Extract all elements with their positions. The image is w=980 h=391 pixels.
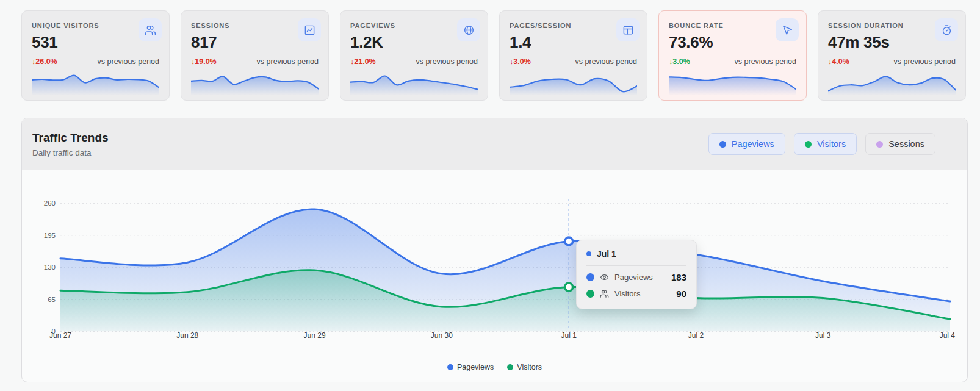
x-axis-tick: Jul 4 <box>940 331 956 340</box>
series-toggle-group: Pageviews Visitors Sessions <box>708 133 935 155</box>
kpi-sparkline <box>350 70 478 95</box>
tooltip-series-value: 183 <box>671 272 686 282</box>
kpi-cards-row: UNIQUE VISITORS 531 ↓26.0% vs previous p… <box>21 10 966 101</box>
chart-legend: Pageviews Visitors <box>22 363 967 371</box>
tooltip-divider <box>586 265 686 266</box>
kpi-card-unique-visitors[interactable]: UNIQUE VISITORS 531 ↓26.0% vs previous p… <box>21 10 170 101</box>
kpi-sparkline <box>828 70 956 95</box>
layout-icon <box>616 18 640 41</box>
legend-dot <box>447 364 453 370</box>
traffic-trends-panel: Traffic Trends Daily traffic data Pagevi… <box>21 118 968 382</box>
page-title: Traffic Trends <box>32 131 109 145</box>
legend-item-visitors: Visitors <box>507 363 542 371</box>
kpi-delta: ↓21.0% <box>350 57 376 66</box>
visitors-marker[interactable] <box>565 283 573 291</box>
pageviews-marker[interactable] <box>565 237 573 245</box>
tooltip-row: Visitors 90 <box>586 289 686 299</box>
traffic-panel-header: Traffic Trends Daily traffic data Pagevi… <box>22 118 967 170</box>
eye-icon <box>600 273 609 282</box>
series-toggle-label: Sessions <box>888 139 924 149</box>
cursor-icon <box>776 18 799 41</box>
kpi-compare-label: vs previous period <box>735 57 796 66</box>
kpi-delta: ↓3.0% <box>510 57 531 66</box>
kpi-delta: ↓3.0% <box>669 57 690 66</box>
kpi-sparkline <box>669 70 796 95</box>
kpi-card-bounce-rate[interactable]: BOUNCE RATE 73.6% ↓3.0% vs previous peri… <box>658 10 807 101</box>
y-axis-tick: 260 <box>44 199 56 207</box>
kpi-compare-label: vs previous period <box>257 57 319 66</box>
kpi-compare-label: vs previous period <box>416 57 478 66</box>
tooltip-rows: Pageviews 183 Visitors 90 <box>586 272 686 299</box>
kpi-card-pageviews[interactable]: PAGEVIEWS 1.2K ↓21.0% vs previous period <box>340 10 488 101</box>
series-toggle-label: Pageviews <box>732 139 774 149</box>
timer-icon <box>935 18 958 41</box>
series-dot <box>876 141 883 148</box>
series-dot <box>805 141 812 148</box>
legend-dot <box>507 364 513 370</box>
series-toggle-pageviews[interactable]: Pageviews <box>708 133 785 155</box>
x-axis-tick: Jul 3 <box>815 331 831 340</box>
kpi-compare-label: vs previous period <box>894 57 956 66</box>
series-dot <box>719 141 726 148</box>
kpi-card-pages-session[interactable]: PAGES/SESSION 1.4 ↓3.0% vs previous peri… <box>499 10 647 101</box>
tooltip-series-label: Pageviews <box>614 273 653 282</box>
y-axis-tick: 195 <box>44 232 56 239</box>
kpi-delta: ↓19.0% <box>191 57 217 66</box>
visitors-icon <box>600 289 609 298</box>
tooltip-series-dot <box>586 290 594 298</box>
kpi-compare-label: vs previous period <box>98 57 159 66</box>
series-toggle-visitors[interactable]: Visitors <box>794 133 857 155</box>
panel-subtitle: Daily traffic data <box>32 148 109 157</box>
x-axis-tick: Jun 30 <box>431 331 453 340</box>
tooltip-series-label: Visitors <box>614 289 640 298</box>
x-axis-tick: Jun 27 <box>49 331 71 340</box>
y-axis-tick: 65 <box>48 296 56 303</box>
kpi-sparkline <box>191 70 319 95</box>
chart-area: 065130195260Jun 27Jun 28Jun 29Jun 30Jul … <box>22 170 967 382</box>
traffic-chart-svg[interactable]: 065130195260Jun 27Jun 28Jun 29Jun 30Jul … <box>22 174 967 348</box>
kpi-sparkline <box>32 70 159 95</box>
y-axis-tick: 130 <box>44 264 56 271</box>
legend-item-pageviews: Pageviews <box>447 363 494 371</box>
tooltip-date-dot <box>586 251 591 256</box>
tooltip-row: Pageviews 183 <box>586 272 686 282</box>
x-axis-tick: Jun 28 <box>176 331 198 340</box>
x-axis-tick: Jul 2 <box>688 331 704 340</box>
kpi-compare-label: vs previous period <box>575 57 637 66</box>
tooltip-series-value: 90 <box>676 289 686 299</box>
legend-label: Pageviews <box>457 363 494 371</box>
traffic-panel-titles: Traffic Trends Daily traffic data <box>32 131 109 157</box>
kpi-card-sessions[interactable]: SESSIONS 817 ↓19.0% vs previous period <box>181 10 329 101</box>
tooltip-date: Jul 1 <box>597 249 616 259</box>
tooltip-series-dot <box>586 273 594 281</box>
users-icon <box>139 18 162 41</box>
x-axis-tick: Jun 29 <box>304 331 326 340</box>
kpi-card-session-duration[interactable]: SESSION DURATION 47m 35s ↓4.0% vs previo… <box>818 10 966 101</box>
series-toggle-sessions[interactable]: Sessions <box>865 133 935 155</box>
analytics-dashboard: UNIQUE VISITORS 531 ↓26.0% vs previous p… <box>0 0 980 391</box>
tooltip-header: Jul 1 <box>586 249 686 259</box>
chart-tooltip: Jul 1 Pageviews 183 Visitors 90 <box>576 240 697 309</box>
kpi-delta: ↓4.0% <box>828 57 849 66</box>
kpi-sparkline <box>510 70 637 95</box>
globe-icon <box>457 18 480 41</box>
series-toggle-label: Visitors <box>817 139 846 149</box>
legend-label: Visitors <box>517 363 542 371</box>
x-axis-tick: Jul 1 <box>561 331 577 340</box>
kpi-delta: ↓26.0% <box>32 57 57 66</box>
line-chart-icon <box>298 18 321 41</box>
